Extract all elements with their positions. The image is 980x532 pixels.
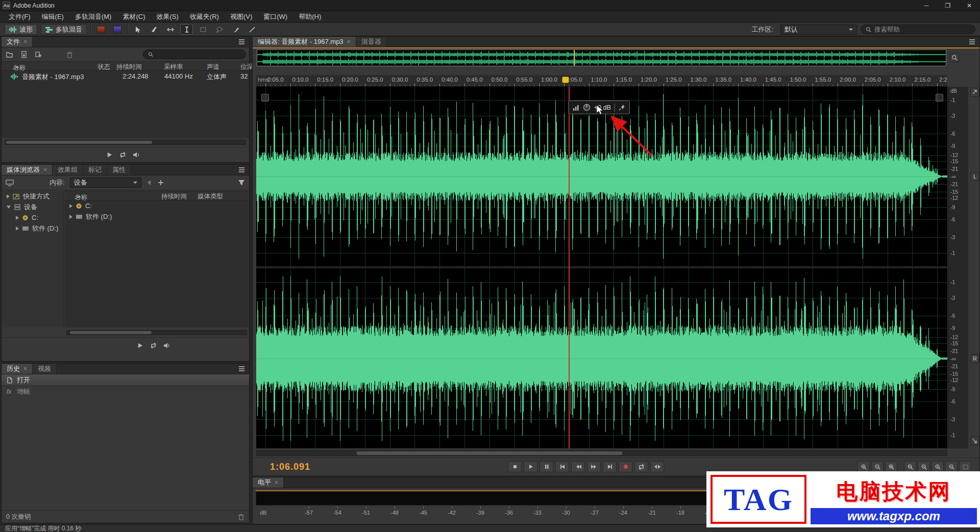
files-search-box[interactable]	[143, 49, 246, 59]
panel-menu-icon[interactable]	[239, 368, 244, 369]
tab-markers[interactable]: 标记	[83, 165, 107, 175]
column-sample-rate[interactable]: 采样率	[164, 63, 183, 71]
menu-file[interactable]: 文件(F)	[3, 11, 36, 22]
tab-media-browser[interactable]: 媒体浏览器×	[2, 165, 53, 175]
tab-properties[interactable]: 属性	[107, 165, 131, 175]
marquee-tool-button[interactable]	[197, 24, 209, 35]
tab-history[interactable]: 历史×	[2, 364, 33, 374]
zoom-out-button[interactable]	[871, 461, 884, 472]
column-status[interactable]: 状态	[97, 63, 110, 71]
stop-button[interactable]	[508, 461, 522, 472]
slip-tool-button[interactable]	[164, 24, 177, 35]
time-display[interactable]: 1:06.091	[270, 462, 310, 472]
playhead-handle[interactable]	[562, 77, 569, 83]
column-channels[interactable]: 声道	[207, 63, 219, 71]
media-horizontal-scrollbar[interactable]	[66, 330, 247, 335]
content-dropdown[interactable]: 设备	[70, 178, 141, 188]
record-button[interactable]	[619, 461, 632, 472]
files-search-input[interactable]	[156, 51, 241, 58]
expander-icon[interactable]	[16, 216, 19, 220]
delete-trash-icon[interactable]	[66, 51, 73, 58]
zoom-in-button[interactable]	[857, 461, 870, 472]
menu-clip[interactable]: 素材(C)	[117, 11, 151, 22]
tree-item-c-drive[interactable]: C:	[2, 212, 63, 223]
expander-icon[interactable]	[69, 215, 72, 219]
zoom-selection-button[interactable]	[959, 461, 971, 472]
zoom-out-horizontal-button[interactable]	[918, 461, 930, 472]
menu-multitrack[interactable]: 多轨混音(M)	[69, 11, 117, 22]
tab-effects-rack[interactable]: 效果组	[53, 165, 83, 175]
ruler-options-icon[interactable]	[970, 88, 979, 97]
media-view-icon[interactable]	[6, 180, 14, 186]
tab-levels[interactable]: 电平×	[253, 477, 284, 488]
skip-to-end-button[interactable]	[603, 461, 617, 472]
editor-corner-chip-icon[interactable]	[261, 94, 269, 102]
tree-item-d-drive[interactable]: 软件 (D:)	[2, 223, 63, 234]
spot-heal-tool-button[interactable]	[246, 24, 258, 35]
close-tab-icon[interactable]: ×	[43, 166, 47, 173]
filter-funnel-icon[interactable]	[238, 180, 245, 186]
skip-selection-button[interactable]	[650, 461, 664, 472]
pause-button[interactable]	[540, 461, 553, 472]
media-row-d-drive[interactable]: 软件 (D:)	[64, 211, 249, 222]
close-button[interactable]: ✕	[959, 0, 980, 11]
auto-play-speaker-icon[interactable]	[163, 342, 170, 349]
tree-item-shortcuts[interactable]: 快捷方式	[2, 191, 63, 201]
waveform-display[interactable]	[256, 87, 947, 448]
scrollbar-thumb[interactable]	[357, 451, 622, 455]
add-shortcut-icon[interactable]	[158, 180, 164, 186]
timeline-ruler[interactable]: hms 0:05.00:10.00:15.00:20.00:25.00:30.0…	[256, 75, 947, 87]
column-media-type[interactable]: 媒体类型	[198, 192, 223, 201]
auto-play-speaker-icon[interactable]	[133, 151, 140, 158]
panel-menu-icon[interactable]	[239, 169, 244, 170]
menu-view[interactable]: 视图(V)	[225, 11, 258, 22]
spectral-display-button[interactable]	[94, 24, 107, 35]
minimize-button[interactable]: ─	[916, 0, 937, 11]
zoom-out-full-icon[interactable]	[950, 53, 959, 62]
play-button[interactable]	[524, 461, 537, 472]
zoom-navigator[interactable]	[257, 49, 946, 66]
move-tool-button[interactable]	[131, 24, 144, 35]
channel-right-button[interactable]: R	[970, 354, 979, 363]
expander-icon[interactable]	[7, 194, 10, 198]
expander-icon[interactable]	[16, 226, 19, 231]
tab-video[interactable]: 视频	[33, 364, 57, 374]
help-search-box[interactable]	[861, 24, 975, 34]
rewind-button[interactable]	[571, 461, 585, 472]
time-selection-tool-button[interactable]	[180, 24, 193, 35]
editor-corner-chip-icon[interactable]	[936, 94, 943, 102]
waveform-view-button[interactable]: 波形	[5, 24, 37, 35]
preview-play-icon[interactable]	[137, 342, 143, 349]
menu-help[interactable]: 帮助(H)	[293, 11, 327, 22]
menu-favorites[interactable]: 收藏夹(R)	[184, 11, 225, 22]
loop-playback-button[interactable]	[634, 461, 648, 472]
pitch-display-button[interactable]	[111, 24, 124, 35]
tree-item-devices[interactable]: 设备	[2, 201, 63, 212]
menu-effects[interactable]: 效果(S)	[151, 11, 184, 22]
channel-left-button[interactable]: L	[970, 172, 979, 181]
playhead-line[interactable]	[569, 87, 570, 448]
expander-icon[interactable]	[69, 204, 72, 208]
column-duration[interactable]: 持续时间	[116, 63, 142, 71]
menu-edit[interactable]: 编辑(E)	[36, 11, 69, 22]
files-horizontal-scrollbar[interactable]	[5, 140, 246, 145]
workspace-dropdown[interactable]: 默认	[780, 24, 857, 35]
loop-playback-icon[interactable]	[150, 342, 157, 349]
new-item-icon[interactable]	[35, 51, 42, 58]
preview-play-icon[interactable]	[106, 151, 113, 158]
open-file-icon[interactable]	[6, 51, 13, 58]
loop-playback-icon[interactable]	[119, 151, 127, 158]
zoom-fit-button[interactable]	[885, 461, 897, 472]
panel-menu-icon[interactable]	[969, 41, 975, 42]
editor-horizontal-scrollbar[interactable]	[256, 450, 947, 456]
history-item-open[interactable]: 打开	[2, 374, 249, 386]
back-arrow-icon[interactable]	[146, 180, 153, 186]
skip-to-start-button[interactable]	[555, 461, 569, 472]
overview-waveform[interactable]	[257, 50, 946, 66]
expander-icon[interactable]	[7, 206, 11, 209]
help-search-input[interactable]	[874, 26, 970, 33]
tab-files[interactable]: 文件×	[2, 37, 33, 47]
tab-mixer[interactable]: 混音器	[356, 37, 387, 47]
fast-forward-button[interactable]	[587, 461, 601, 472]
history-item-amplify[interactable]: fx 增幅	[2, 386, 249, 397]
